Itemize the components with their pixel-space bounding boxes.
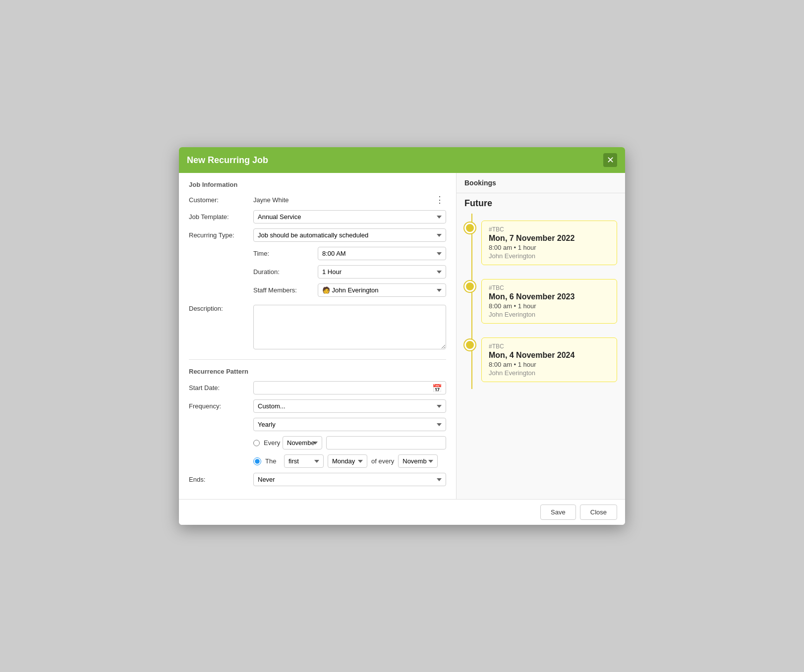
of-every-month-select[interactable]: Novemb: [398, 454, 438, 468]
job-info-section-title: Job Information: [189, 181, 446, 188]
booking-content-2: #TBC Mon, 6 November 2023 8:00 am • 1 ho…: [481, 279, 617, 324]
job-template-label: Job Template:: [189, 213, 253, 221]
left-panel: Job Information Customer: Jayne White ⋮ …: [179, 173, 457, 499]
booking-dot-3: [464, 339, 475, 350]
description-label: Description:: [189, 305, 253, 312]
time-row: Time: 8:00 AM: [189, 247, 446, 260]
start-date-label: Start Date:: [189, 384, 253, 392]
job-template-control: Annual Service: [253, 210, 446, 224]
the-ordinal-select[interactable]: first: [284, 454, 324, 468]
every-month-select[interactable]: Novembe: [283, 436, 322, 449]
close-icon[interactable]: ✕: [603, 153, 617, 167]
booking-staff-3: John Everington: [489, 369, 610, 377]
dialog-body: Job Information Customer: Jayne White ⋮ …: [179, 173, 625, 499]
booking-date-2: Mon, 6 November 2023: [489, 292, 610, 301]
frequency-row: Frequency: Custom...: [189, 399, 446, 413]
recurring-type-control: Job should be automatically scheduled: [253, 228, 446, 242]
ends-row: Ends: Never: [189, 473, 446, 486]
staff-label: Staff Members:: [253, 286, 318, 294]
staff-select[interactable]: 🧑 John Everington: [318, 283, 446, 297]
duration-select[interactable]: 1 Hour: [318, 265, 446, 279]
the-weekday-select[interactable]: Monday: [328, 454, 367, 468]
recurring-type-label: Recurring Type:: [189, 231, 253, 239]
booking-item-2: #TBC Mon, 6 November 2023 8:00 am • 1 ho…: [464, 272, 617, 331]
time-label: Time:: [253, 250, 318, 257]
duration-label: Duration:: [253, 268, 318, 276]
start-date-input[interactable]: Tuesday 01/11/2022: [253, 381, 446, 394]
booking-time-2: 8:00 am • 1 hour: [489, 302, 610, 310]
booking-staff-2: John Everington: [489, 311, 610, 318]
recurring-type-select[interactable]: Job should be automatically scheduled: [253, 228, 446, 242]
booking-tbc-2: #TBC: [489, 284, 610, 291]
booking-time-1: 8:00 am • 1 hour: [489, 244, 610, 251]
job-template-select[interactable]: Annual Service: [253, 210, 446, 224]
booking-dot-2: [464, 281, 475, 292]
duration-control: 1 Hour: [318, 265, 446, 279]
time-control: 8:00 AM: [318, 247, 446, 260]
staff-row: Staff Members: 🧑 John Everington: [189, 283, 446, 297]
description-control: [253, 305, 446, 351]
timeline: #TBC Mon, 7 November 2022 8:00 am • 1 ho…: [457, 214, 625, 389]
every-day-input[interactable]: 1: [326, 436, 446, 449]
booking-staff-1: John Everington: [489, 252, 610, 260]
recurrence-title: Recurrence Pattern: [189, 368, 446, 375]
booking-tbc-1: #TBC: [489, 226, 610, 233]
future-label: Future: [457, 193, 625, 214]
booking-item-3: #TBC Mon, 4 November 2024 8:00 am • 1 ho…: [464, 331, 617, 389]
new-recurring-job-dialog: New Recurring Job ✕ Job Information Cust…: [179, 147, 625, 525]
time-select[interactable]: 8:00 AM: [318, 247, 446, 260]
description-row: Description:: [189, 302, 446, 351]
frequency-control: Custom...: [253, 399, 446, 413]
booking-content-3: #TBC Mon, 4 November 2024 8:00 am • 1 ho…: [481, 337, 617, 382]
dialog-title: New Recurring Job: [187, 155, 268, 166]
description-textarea[interactable]: [253, 305, 446, 349]
dialog-header: New Recurring Job ✕: [179, 147, 625, 173]
yearly-select[interactable]: Yearly: [253, 418, 446, 431]
bookings-header: Bookings: [457, 173, 625, 193]
frequency-label: Frequency:: [189, 402, 253, 410]
the-option-row: The first Monday of every Novemb: [189, 454, 446, 468]
every-radio[interactable]: [253, 439, 260, 447]
staff-control: 🧑 John Everington: [318, 283, 446, 297]
recurring-type-row: Recurring Type: Job should be automatica…: [189, 228, 446, 242]
customer-row: Customer: Jayne White ⋮: [189, 194, 446, 205]
job-template-row: Job Template: Annual Service: [189, 210, 446, 224]
dialog-footer: Save Close: [179, 499, 625, 525]
ends-control: Never: [253, 473, 446, 486]
ends-select[interactable]: Never: [253, 473, 446, 486]
close-button[interactable]: Close: [580, 504, 617, 520]
the-radio[interactable]: [253, 457, 261, 465]
recurrence-section: Recurrence Pattern Start Date: Tuesday 0…: [189, 368, 446, 486]
booking-date-3: Mon, 4 November 2024: [489, 351, 610, 360]
the-label: The: [265, 457, 280, 465]
booking-date-1: Mon, 7 November 2022: [489, 234, 610, 243]
booking-content-1: #TBC Mon, 7 November 2022 8:00 am • 1 ho…: [481, 221, 617, 265]
duration-row: Duration: 1 Hour: [189, 265, 446, 279]
of-every-label: of every: [371, 457, 394, 465]
frequency-select[interactable]: Custom...: [253, 399, 446, 413]
booking-dot-1: [464, 223, 475, 233]
every-label: Every: [264, 439, 279, 447]
booking-tbc-3: #TBC: [489, 343, 610, 350]
customer-value-row: Jayne White ⋮: [253, 194, 446, 205]
customer-name: Jayne White: [253, 196, 289, 204]
start-date-control: Tuesday 01/11/2022 📅: [253, 381, 446, 394]
booking-item-1: #TBC Mon, 7 November 2022 8:00 am • 1 ho…: [464, 214, 617, 272]
booking-time-3: 8:00 am • 1 hour: [489, 361, 610, 368]
customer-label: Customer:: [189, 196, 253, 204]
save-button[interactable]: Save: [540, 504, 576, 520]
every-option-row: Every Novembe 1: [189, 436, 446, 449]
start-date-row: Start Date: Tuesday 01/11/2022 📅: [189, 381, 446, 394]
customer-options-button[interactable]: ⋮: [433, 194, 446, 205]
right-panel: Bookings Future #TBC Mon, 7 November 202…: [457, 173, 625, 499]
ends-label: Ends:: [189, 476, 253, 483]
yearly-row: Yearly: [189, 418, 446, 431]
